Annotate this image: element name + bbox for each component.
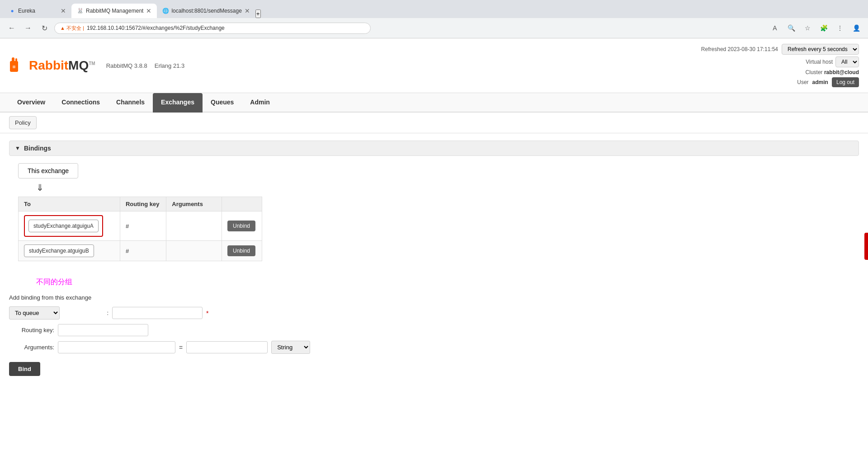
tab-rabbitmq-label: RabbitMQ Management <box>86 8 143 14</box>
nav-overview[interactable]: Overview <box>9 93 53 113</box>
routing-key-cell-0: # <box>120 211 166 241</box>
address-text: 192.168.10.140:15672/#/exchanges/%2F/stu… <box>87 25 225 31</box>
add-binding-title: Add binding from this exchange <box>9 294 859 301</box>
arguments-cell-1 <box>166 241 222 261</box>
nav-exchanges[interactable]: Exchanges <box>153 93 203 113</box>
tab-localhost-label: localhost:8801/sendMessage <box>171 8 241 14</box>
menu-button[interactable]: ⋮ <box>834 22 846 34</box>
routing-key-label: Routing key: <box>9 327 54 333</box>
add-binding-section: Add binding from this exchange To queue … <box>9 294 859 376</box>
table-row: studyExchange.atguiguB # Unbind <box>19 241 262 261</box>
tab-localhost-close[interactable]: ✕ <box>245 7 250 14</box>
translate-button[interactable]: A <box>769 22 781 34</box>
queue-name-0: studyExchange.atguiguA <box>28 220 99 232</box>
form-row-to: To queue To exchange : * <box>9 306 859 319</box>
bindings-arrow-down: ⇓ <box>36 182 44 193</box>
address-field[interactable]: ▲ 不安全 | 192.168.10.140:15672/#/exchanges… <box>54 23 371 34</box>
refreshed-text: Refreshed 2023-08-30 17:11:54 <box>701 46 778 52</box>
cluster-bar: Cluster rabbit@cloud <box>806 69 859 75</box>
reload-button[interactable]: ↻ <box>38 22 51 34</box>
colon-separator: : <box>63 310 108 316</box>
eureka-favicon: ● <box>9 8 15 14</box>
bindings-collapse-arrow: ▼ <box>15 145 20 151</box>
routing-key-input[interactable] <box>58 324 148 336</box>
svg-rect-1 <box>12 57 14 63</box>
annotation-text: 不同的分组 <box>36 277 859 287</box>
rabbit-logo-icon <box>9 56 27 75</box>
col-arguments: Arguments <box>166 197 222 211</box>
browser-chrome: ● Eureka ✕ 🐰 RabbitMQ Management ✕ 🌐 loc… <box>0 0 868 38</box>
to-queue-select[interactable]: To queue To exchange <box>9 306 60 319</box>
to-cell-0: studyExchange.atguiguA <box>19 211 120 241</box>
routing-key-cell-1: # <box>120 241 166 261</box>
sub-nav: Policy <box>0 113 868 133</box>
version-info: RabbitMQ 3.8.8 Erlang 21.3 <box>106 62 185 69</box>
eq-sign: = <box>179 344 183 351</box>
logout-button[interactable]: Log out <box>832 77 859 87</box>
forward-button[interactable]: → <box>22 22 34 34</box>
bindings-table-header-row: To Routing key Arguments <box>19 197 262 211</box>
bindings-section: ▼ Bindings This exchange ⇓ To Routing ke… <box>9 141 859 376</box>
svg-rect-3 <box>13 66 15 68</box>
back-button[interactable]: ← <box>5 22 18 34</box>
bindings-section-title: Bindings <box>24 145 51 152</box>
refresh-select[interactable]: Refresh every 5 seconds <box>782 44 859 55</box>
cluster-label: Cluster <box>806 69 823 75</box>
queue-container-0: studyExchange.atguiguA <box>24 215 103 237</box>
tab-eureka-label: Eureka <box>18 8 35 14</box>
svg-rect-2 <box>15 58 17 63</box>
nav-connections[interactable]: Connections <box>53 93 108 113</box>
address-bar: ← → ↻ ▲ 不安全 | 192.168.10.140:15672/#/exc… <box>0 18 868 38</box>
user-label: User <box>797 79 808 85</box>
arguments-label: Arguments: <box>9 344 54 351</box>
arguments-type-select[interactable]: String Number Boolean <box>271 341 310 354</box>
col-routing-key: Routing key <box>120 197 166 211</box>
virtual-host-label: Virtual host <box>806 59 833 65</box>
localhost-favicon: 🌐 <box>162 8 169 14</box>
bookmark-button[interactable]: ☆ <box>801 22 814 34</box>
nav-queues[interactable]: Queues <box>203 93 242 113</box>
tab-eureka-close[interactable]: ✕ <box>61 7 66 14</box>
queue-name-1: studyExchange.atguiguB <box>24 244 94 257</box>
col-action <box>222 197 262 211</box>
virtual-host-bar: Virtual host All <box>806 56 859 67</box>
cluster-name: rabbit@cloud <box>824 69 859 75</box>
page-content: ▼ Bindings This exchange ⇓ To Routing ke… <box>0 133 868 392</box>
tab-rabbitmq[interactable]: 🐰 RabbitMQ Management ✕ <box>71 4 157 18</box>
tab-rabbitmq-close[interactable]: ✕ <box>146 7 151 14</box>
tab-localhost[interactable]: 🌐 localhost:8801/sendMessage ✕ <box>157 4 255 18</box>
required-mark: * <box>206 310 208 317</box>
bind-button[interactable]: Bind <box>9 362 40 376</box>
arguments-key-input[interactable] <box>58 341 175 353</box>
user-bar: User admin Log out <box>797 77 859 87</box>
unbind-button-0[interactable]: Unbind <box>227 221 255 231</box>
unbind-button-1[interactable]: Unbind <box>227 245 255 256</box>
queue-name-input[interactable] <box>112 307 203 319</box>
app-header: RabbitMQTM RabbitMQ 3.8.8 Erlang 21.3 Re… <box>0 38 868 93</box>
zoom-button[interactable]: 🔍 <box>785 22 797 34</box>
tab-eureka[interactable]: ● Eureka ✕ <box>4 4 71 18</box>
to-cell-1: studyExchange.atguiguB <box>19 241 120 261</box>
security-warning: ▲ 不安全 | <box>60 25 84 32</box>
col-to: To <box>19 197 120 211</box>
new-tab-button[interactable]: + <box>255 9 261 18</box>
arguments-value-input[interactable] <box>186 341 268 353</box>
erlang-version: Erlang 21.3 <box>155 62 185 69</box>
bindings-table: To Routing key Arguments studyExchange.a… <box>18 197 262 261</box>
extensions-button[interactable]: 🧩 <box>817 22 830 34</box>
user-name: admin <box>812 79 828 85</box>
form-row-arguments: Arguments: = String Number Boolean <box>9 341 859 354</box>
this-exchange-button[interactable]: This exchange <box>18 163 78 178</box>
app: RabbitMQTM RabbitMQ 3.8.8 Erlang 21.3 Re… <box>0 38 868 392</box>
scroll-indicator[interactable] <box>864 233 868 260</box>
form-row-routing-key: Routing key: <box>9 324 859 336</box>
logo-text: RabbitMQTM <box>29 58 95 73</box>
bindings-section-header[interactable]: ▼ Bindings <box>9 141 859 156</box>
profile-button[interactable]: 👤 <box>850 22 863 34</box>
nav-admin[interactable]: Admin <box>242 93 278 113</box>
virtual-host-select[interactable]: All <box>835 56 859 67</box>
sub-nav-policy[interactable]: Policy <box>9 116 37 129</box>
logo: RabbitMQTM <box>9 56 95 75</box>
header-right: Refreshed 2023-08-30 17:11:54 Refresh ev… <box>701 44 859 87</box>
nav-channels[interactable]: Channels <box>108 93 153 113</box>
